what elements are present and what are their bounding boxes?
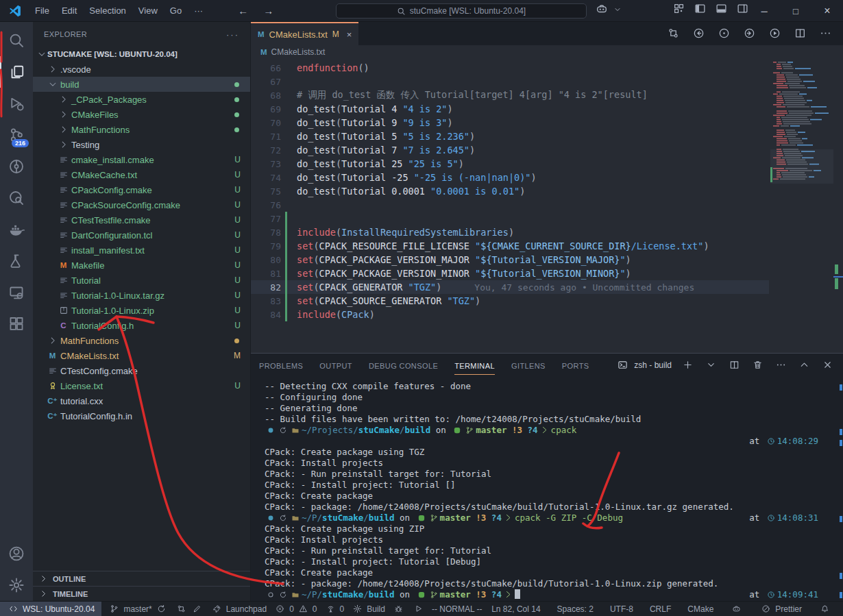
menu-[interactable]: ··· <box>188 3 209 18</box>
code-line-81[interactable]: 81set(CPACK_PACKAGE_VERSION_MINOR "${Tut… <box>251 267 769 280</box>
broadcast-item[interactable]: 0 <box>321 602 348 616</box>
tab-close-icon[interactable]: × <box>347 29 352 40</box>
toggle-secondary-sidebar-icon[interactable] <box>737 3 748 14</box>
tree-item-license-txt[interactable]: License.txtU <box>33 378 250 393</box>
eol[interactable]: CRLF <box>646 602 674 616</box>
tree-item-cmakelists-txt[interactable]: MCMakeLists.txtM <box>33 348 250 363</box>
tree-item-ctesttestfile-cmake[interactable]: CTestTestfile.cmakeU <box>33 212 250 227</box>
activity-source-control-icon[interactable]: 216 <box>0 119 33 151</box>
terminal-instance-chip[interactable]: zsh - build <box>615 360 672 371</box>
remote-indicator[interactable]: WSL: Ubuntu-20.04 <box>0 602 101 616</box>
explorer-section-header[interactable]: STUCMAKE [WSL: UBUNTU-20.04] <box>33 47 250 62</box>
nav-forward-arrow[interactable]: → <box>263 5 273 16</box>
activity-account-icon[interactable] <box>0 538 33 569</box>
vim-mode[interactable]: -- NORMAL -- <box>428 602 486 616</box>
editor-action-nav-back-icon[interactable] <box>691 27 707 40</box>
tree-item-cmake-install-cmake[interactable]: cmake_install.cmakeU <box>33 152 250 167</box>
code-line-71[interactable]: 71do_test(Tutorial 5 "5 is 2.236") <box>251 130 769 143</box>
menu-selection[interactable]: Selection <box>83 3 132 18</box>
language-mode[interactable]: CMake <box>684 602 717 616</box>
tree-item-dartconfiguration-tcl[interactable]: DartConfiguration.tclU <box>33 227 250 243</box>
menu-file[interactable]: File <box>29 3 56 18</box>
tab-cmakelists[interactable]: M CMakeLists.txt M × <box>251 22 358 45</box>
customize-layout-icon[interactable] <box>673 3 685 14</box>
tree-item-cpacksourceconfig-cmake[interactable]: CPackSourceConfig.cmakeU <box>33 197 250 212</box>
panel-tab-problems[interactable]: PROBLEMS <box>259 356 303 375</box>
menu-view[interactable]: View <box>132 3 164 18</box>
toggle-panel-icon[interactable] <box>716 3 727 14</box>
code-line-75[interactable]: 75do_test(Tutorial 0.0001 "0.0001 is 0.0… <box>251 184 769 198</box>
cursor-position[interactable]: Ln 82, Col 14 <box>488 602 543 616</box>
tree-item-tutorial-1-0-linux-tar-gz[interactable]: Tutorial-1.0-Linux.tar.gzU <box>33 288 250 303</box>
tree-item-cmakefiles[interactable]: CMakeFiles <box>33 107 250 122</box>
panel-tab-gitlens[interactable]: GITLENS <box>511 356 546 375</box>
tree-item-tutorialconfig-h[interactable]: CTutorialConfig.hU <box>33 318 250 333</box>
activity-extensions-icon[interactable] <box>0 308 33 340</box>
problems-item[interactable]: 00 <box>270 602 320 616</box>
panel-chev-up-icon[interactable] <box>797 360 811 371</box>
code-line-66[interactable]: 66endfunction() <box>251 61 769 75</box>
code-line-76[interactable]: 76 <box>251 198 769 212</box>
tree-item-tutorialconfig-h-in[interactable]: C⁺TutorialConfig.h.in <box>33 408 250 423</box>
code-line-70[interactable]: 70do_test(Tutorial 9 "9 is 3") <box>251 116 769 130</box>
overview-ruler[interactable] <box>833 59 843 353</box>
tree-item-ctestconfig-cmake[interactable]: CTestConfig.cmake <box>33 363 250 378</box>
code-line-67[interactable]: 67 <box>251 75 769 88</box>
code-line-69[interactable]: 69do_test(Tutorial 4 "4 is 2") <box>251 102 769 116</box>
panel-plus-icon[interactable] <box>681 360 695 371</box>
tree-item-tutorial[interactable]: TutorialU <box>33 273 250 288</box>
tree-item-mathfunctions[interactable]: MathFunctions <box>33 333 250 348</box>
tree-item-cpack-packages[interactable]: _CPack_Packages <box>33 92 250 107</box>
encoding[interactable]: UTF-8 <box>607 602 637 616</box>
code-line-83[interactable]: 83set(CPACK_SOURCE_GENERATOR "TGZ") <box>251 294 769 308</box>
menu-go[interactable]: Go <box>164 3 188 18</box>
minimap-slider[interactable] <box>770 149 833 184</box>
activity-docker-icon[interactable] <box>0 214 33 245</box>
code-line-80[interactable]: 80set(CPACK_PACKAGE_VERSION_MAJOR "${Tut… <box>251 253 769 267</box>
tree-item-cpackconfig-cmake[interactable]: CPackConfig.cmakeU <box>33 182 250 197</box>
run-button[interactable] <box>408 602 428 616</box>
code-line-82[interactable]: 82set(CPACK_GENERATOR "TGZ")You, 47 seco… <box>251 280 769 294</box>
notifications-bell[interactable] <box>815 602 835 616</box>
code-line-78[interactable]: 78include(InstallRequiredSystemLibraries… <box>251 225 769 239</box>
editor-action-more-icon[interactable] <box>818 27 833 40</box>
command-center-search[interactable]: stuCmake [WSL: Ubuntu-20.04] <box>336 3 587 19</box>
tree-item-makefile[interactable]: MMakefileU <box>33 258 250 273</box>
activity-testing-icon[interactable] <box>0 245 33 277</box>
nav-back-arrow[interactable]: ← <box>238 5 248 16</box>
breadcrumb[interactable]: M CMakeLists.txt <box>251 45 843 59</box>
tree-item-tutorial-cxx[interactable]: C⁺tutorial.cxx <box>33 393 250 408</box>
code-line-68[interactable]: 68# 调用 do_test 函数 传入 Tutorial[target] 4[… <box>251 88 769 102</box>
code-line-72[interactable]: 72do_test(Tutorial 7 "7 is 2.645") <box>251 143 769 157</box>
launchpad-item[interactable]: Launchpad <box>207 602 270 616</box>
window-minimize-button[interactable]: ─ <box>748 0 780 22</box>
menu-edit[interactable]: Edit <box>56 3 83 18</box>
panel-trash-icon[interactable] <box>750 360 765 371</box>
activity-search-icon[interactable] <box>0 25 33 56</box>
indentation[interactable]: Spaces: 2 <box>554 602 597 616</box>
editor-action-nav-circle-icon[interactable] <box>716 27 732 40</box>
copilot-icon[interactable] <box>594 3 610 16</box>
tree-item-vscode[interactable]: .vscode <box>33 62 250 77</box>
explorer-more-actions-icon[interactable]: ··· <box>226 29 239 40</box>
gitlens-buttons[interactable] <box>171 602 207 616</box>
panel-close-x-icon[interactable] <box>820 360 835 371</box>
panel-split-editor-icon[interactable] <box>727 360 742 371</box>
editor-action-run-circle-icon[interactable] <box>767 27 783 40</box>
code-line-73[interactable]: 73do_test(Tutorial 25 "25 is 5") <box>251 157 769 171</box>
tree-item-build[interactable]: build <box>33 77 250 92</box>
panel-tab-debug-console[interactable]: DEBUG CONSOLE <box>369 356 438 375</box>
panel-tab-ports[interactable]: PORTS <box>562 356 589 375</box>
panel-chev-down-sm-icon[interactable] <box>704 360 718 371</box>
panel-tab-terminal[interactable]: TERMINAL <box>454 356 495 375</box>
code-line-84[interactable]: 84include(CPack) <box>251 308 769 321</box>
panel-tab-output[interactable]: OUTPUT <box>319 356 352 375</box>
window-close-button[interactable]: × <box>811 0 843 22</box>
tree-item-tutorial-1-0-linux-zip[interactable]: Tutorial-1.0-Linux.zipU <box>33 303 250 318</box>
code-line-77[interactable]: 77 <box>251 212 769 225</box>
copilot-chevron-icon[interactable] <box>611 4 624 14</box>
code-editor[interactable]: 66endfunction()6768# 调用 do_test 函数 传入 Tu… <box>251 59 843 353</box>
terminal-output[interactable]: -- Detecting CXX compile features - done… <box>251 377 843 601</box>
copilot-status[interactable] <box>726 602 746 616</box>
tree-item-install-manifest-txt[interactable]: install_manifest.txtU <box>33 243 250 258</box>
